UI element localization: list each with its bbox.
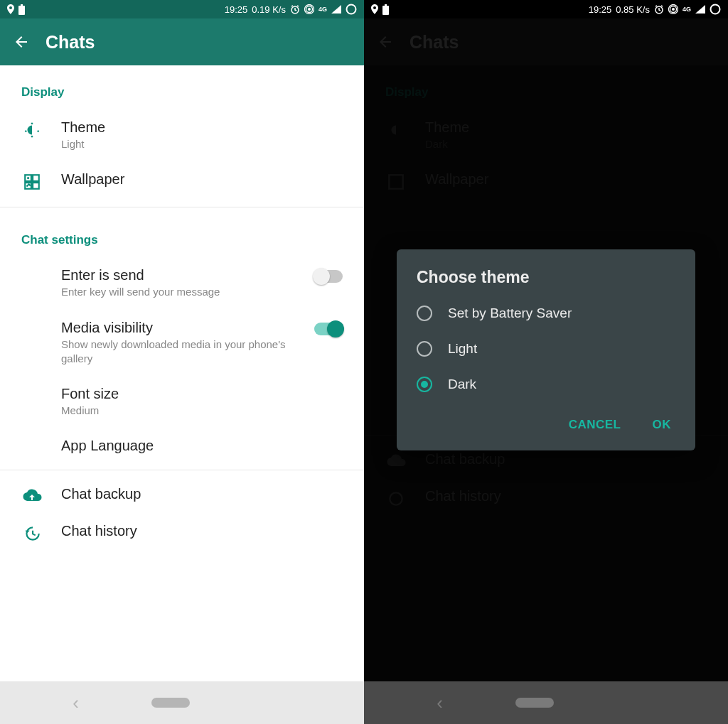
radio-dark[interactable]: Dark xyxy=(397,367,695,402)
divider xyxy=(0,470,364,470)
appbar-title: Chats xyxy=(46,32,95,53)
ok-button[interactable]: OK xyxy=(646,414,679,436)
dialog-scrim[interactable]: Choose theme Set by Battery Saver Light … xyxy=(364,18,728,681)
theme-dialog: Choose theme Set by Battery Saver Light … xyxy=(397,249,695,450)
radio-light[interactable]: Light xyxy=(397,331,695,367)
phone-dark: 19:25 0.85 K/s 4G Chats Display Theme Da… xyxy=(364,0,728,724)
wallpaper-icon xyxy=(23,173,41,191)
row-chat-history[interactable]: Chat history xyxy=(0,513,364,553)
circle-icon xyxy=(710,4,721,15)
media-vis-sub: Show newly downloaded media in your phon… xyxy=(61,337,296,367)
navbar: ‹ xyxy=(364,681,728,724)
media-vis-toggle[interactable] xyxy=(314,323,343,335)
enter-send-sub: Enter key will send your message xyxy=(61,285,296,299)
location-icon xyxy=(7,4,14,14)
chat-history-title: Chat history xyxy=(61,523,343,539)
phone-light: 19:25 0.19 K/s 4G Chats Display Theme Li… xyxy=(0,0,364,724)
font-size-title: Font size xyxy=(61,386,343,402)
alarm-icon xyxy=(654,4,664,14)
cloud-upload-icon xyxy=(22,487,42,503)
media-vis-title: Media visibility xyxy=(61,320,296,336)
enter-send-toggle[interactable] xyxy=(314,270,343,283)
svg-rect-8 xyxy=(33,175,39,182)
status-net: 0.85 K/s xyxy=(616,4,650,15)
signal-icon xyxy=(695,5,705,13)
hotspot-icon xyxy=(668,4,678,14)
radio-label: Set by Battery Saver xyxy=(448,306,572,321)
history-icon xyxy=(23,524,41,543)
appbar: Chats xyxy=(0,18,364,65)
status-time: 19:25 xyxy=(589,4,612,15)
row-theme[interactable]: Theme Light xyxy=(0,109,364,161)
svg-rect-0 xyxy=(18,6,25,15)
svg-rect-10 xyxy=(33,183,39,189)
hotspot-icon xyxy=(304,4,314,14)
section-display: Display xyxy=(0,65,364,109)
svg-rect-1 xyxy=(21,4,23,6)
enter-send-title: Enter is send xyxy=(61,267,296,283)
circle-icon xyxy=(346,4,357,15)
alarm-icon xyxy=(290,4,300,14)
radio-label: Dark xyxy=(448,377,476,392)
svg-point-11 xyxy=(27,177,29,179)
4g-icon: 4G xyxy=(318,6,327,13)
row-chat-backup[interactable]: Chat backup xyxy=(0,476,364,513)
row-media-visibility[interactable]: Media visibility Show newly downloaded m… xyxy=(0,310,364,377)
svg-rect-13 xyxy=(385,4,387,6)
row-app-language[interactable]: App Language xyxy=(0,428,364,464)
navbar: ‹ xyxy=(0,681,364,724)
radio-icon-selected xyxy=(417,377,432,392)
cancel-button[interactable]: CANCEL xyxy=(562,414,628,436)
radio-icon xyxy=(417,341,432,357)
svg-point-18 xyxy=(711,5,720,14)
row-font-size[interactable]: Font size Medium xyxy=(0,376,364,428)
dialog-title: Choose theme xyxy=(397,268,695,296)
nav-back-icon[interactable]: ‹ xyxy=(73,692,79,714)
wallpaper-title: Wallpaper xyxy=(61,171,343,188)
signal-icon xyxy=(331,5,341,13)
row-enter-send[interactable]: Enter is send Enter key will send your m… xyxy=(0,257,364,309)
chat-backup-title: Chat backup xyxy=(61,486,343,502)
section-chatsettings: Chat settings xyxy=(0,213,364,257)
svg-point-3 xyxy=(308,8,311,11)
divider xyxy=(0,207,364,207)
svg-rect-12 xyxy=(382,6,389,15)
nav-home-icon[interactable] xyxy=(515,698,554,708)
nav-home-icon[interactable] xyxy=(151,698,190,708)
theme-title: Theme xyxy=(61,119,343,136)
app-lang-title: App Language xyxy=(61,438,343,454)
radio-icon xyxy=(417,306,432,321)
status-time: 19:25 xyxy=(225,4,248,15)
theme-sub: Light xyxy=(61,137,343,151)
content: Display Theme Light Wallpaper Chat setti… xyxy=(0,65,364,681)
location-icon xyxy=(371,4,378,14)
battery-icon xyxy=(382,4,389,15)
radio-label: Light xyxy=(448,341,477,357)
battery-icon xyxy=(18,4,25,15)
statusbar: 19:25 0.85 K/s 4G xyxy=(364,0,728,18)
svg-point-6 xyxy=(347,5,356,14)
4g-icon: 4G xyxy=(682,6,691,13)
row-wallpaper[interactable]: Wallpaper xyxy=(0,161,364,201)
theme-icon xyxy=(23,121,41,139)
radio-battery-saver[interactable]: Set by Battery Saver xyxy=(397,296,695,331)
font-size-sub: Medium xyxy=(61,404,343,418)
svg-point-15 xyxy=(672,8,675,11)
back-icon[interactable] xyxy=(13,33,30,50)
status-net: 0.19 K/s xyxy=(252,4,286,15)
statusbar: 19:25 0.19 K/s 4G xyxy=(0,0,364,18)
nav-back-icon[interactable]: ‹ xyxy=(437,692,443,714)
